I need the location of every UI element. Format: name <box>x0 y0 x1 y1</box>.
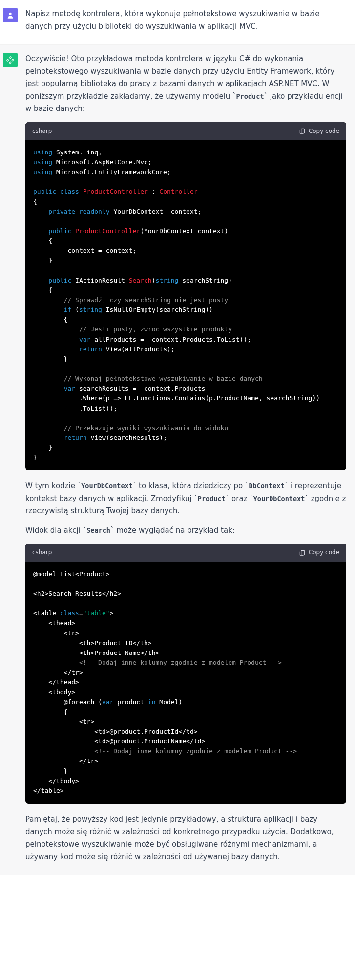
assistant-intro: Oczywiście! Oto przykładowa metoda kontr… <box>25 53 346 115</box>
clipboard-icon <box>299 549 306 556</box>
copy-label-2: Copy code <box>309 547 339 557</box>
inline-code-search: Search <box>86 526 110 534</box>
user-message-content: Napisz metodę kontrolera, która wykonuje… <box>25 8 350 33</box>
assistant-outro: Pamiętaj, że powyższy kod jest jedynie p… <box>25 813 346 863</box>
code-lang-label-2: csharp <box>32 547 52 557</box>
user-avatar <box>3 8 18 22</box>
user-turn: Napisz metodę kontrolera, która wykonuje… <box>0 0 355 45</box>
person-icon <box>6 11 14 19</box>
inline-code-dbcontext: DbContext <box>249 482 284 490</box>
copy-code-button-2[interactable]: Copy code <box>299 547 339 557</box>
inline-code-product-2: Product <box>198 495 226 502</box>
code-header: csharp Copy code <box>25 122 346 140</box>
inline-code-yourdbcontext-2: YourDbContext <box>253 495 305 502</box>
code-header-2: csharp Copy code <box>25 544 346 561</box>
svg-rect-1 <box>301 129 304 133</box>
code-block-controller: csharp Copy code using System.Linq; usin… <box>25 122 346 471</box>
assistant-mid-para: W tym kodzie `YourDbContext` to klasa, k… <box>25 480 346 518</box>
inline-code-yourdbcontext: YourDbContext <box>81 482 133 490</box>
code-block-view: csharp Copy code @model List<Product> <h… <box>25 544 346 804</box>
copy-code-button[interactable]: Copy code <box>299 126 339 136</box>
svg-rect-2 <box>301 550 304 555</box>
code-content-controller[interactable]: using System.Linq; using Microsoft.AspNe… <box>25 140 346 471</box>
copy-label: Copy code <box>309 126 339 136</box>
code-lang-label: csharp <box>32 126 52 136</box>
openai-icon <box>6 56 15 65</box>
user-message-text: Napisz metodę kontrolera, która wykonuje… <box>25 8 346 33</box>
assistant-view-para: Widok dla akcji `Search` może wyglądać n… <box>25 524 346 537</box>
assistant-avatar <box>3 53 18 67</box>
conversation: Napisz metodę kontrolera, która wykonuje… <box>0 0 355 875</box>
code-content-view[interactable]: @model List<Product> <h2>Search Results<… <box>25 562 346 804</box>
assistant-turn: Oczywiście! Oto przykładowa metoda kontr… <box>0 45 355 875</box>
assistant-message-content: Oczywiście! Oto przykładowa metoda kontr… <box>25 53 350 863</box>
inline-code-product: Product <box>236 92 264 100</box>
svg-point-0 <box>9 13 11 15</box>
clipboard-icon <box>299 128 306 134</box>
